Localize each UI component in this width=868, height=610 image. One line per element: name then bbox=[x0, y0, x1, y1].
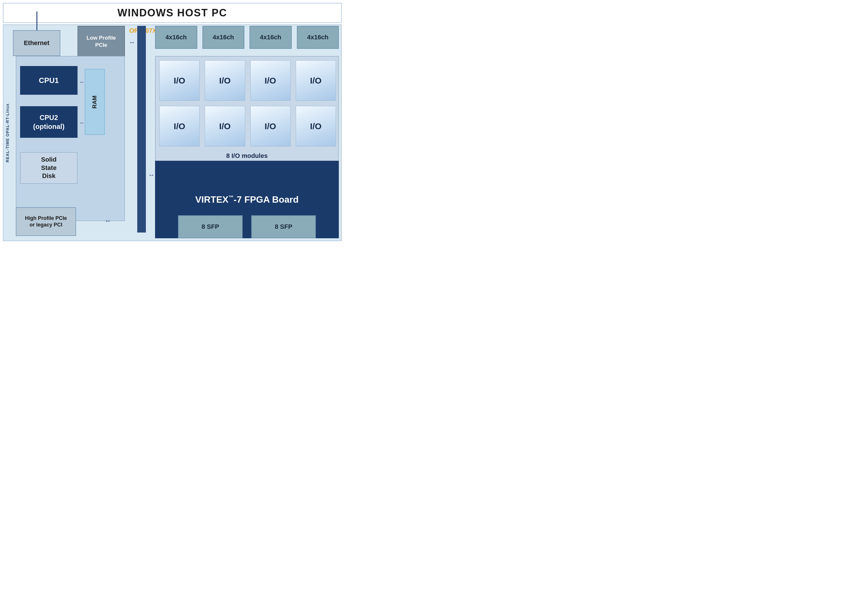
fpga-label: VIRTEX™-7 FPGA Board bbox=[195, 194, 299, 205]
ram-label: RAM bbox=[91, 95, 98, 108]
ch-box-label-3: 4x16ch bbox=[260, 34, 281, 41]
cpu2-label: CPU2(optional) bbox=[33, 113, 64, 131]
sfp-label-1: 8 SFP bbox=[202, 223, 219, 231]
io-box-1: I/O bbox=[160, 60, 200, 101]
ram-box: RAM bbox=[85, 69, 105, 135]
sfp-boxes: 8 SFP 8 SFP bbox=[155, 215, 339, 238]
low-profile-pcie-box: Low ProfilePCIe bbox=[78, 26, 125, 57]
io-modules-count-label: 8 I/O modules bbox=[155, 152, 339, 159]
io-label-5: I/O bbox=[174, 121, 185, 131]
io-box-7: I/O bbox=[250, 106, 291, 146]
pcie-bar: PCI-Express bbox=[137, 26, 146, 232]
high-profile-pcie-box: High Profile PCIeor legacy PCI bbox=[16, 207, 76, 236]
cpu1-box: CPU1 bbox=[20, 66, 78, 95]
ch-box-3: 4x16ch bbox=[250, 26, 292, 49]
ch-box-label-2: 4x16ch bbox=[212, 34, 234, 41]
io-label-7: I/O bbox=[265, 121, 276, 131]
io-box-8: I/O bbox=[296, 106, 336, 146]
io-label-8: I/O bbox=[310, 121, 322, 131]
realtime-label-container: REAL-TIME OPAL-RT-Linux bbox=[3, 25, 12, 241]
ssd-box: SolidStateDisk bbox=[20, 152, 78, 184]
sfp-label-2: 8 SFP bbox=[275, 223, 292, 231]
ch-box-2: 4x16ch bbox=[202, 26, 245, 49]
sfp-box-1: 8 SFP bbox=[178, 215, 243, 238]
io-box-2: I/O bbox=[205, 60, 245, 101]
io-label-4: I/O bbox=[310, 76, 322, 85]
low-profile-label: Low ProfilePCIe bbox=[87, 34, 116, 48]
ch-boxes-row: 4x16ch 4x16ch 4x16ch 4x16ch bbox=[155, 26, 339, 49]
arrow-cpu2-ram: ↔ bbox=[78, 121, 85, 125]
windows-host-title: WINDOWS HOST PC bbox=[118, 7, 227, 19]
io-box-4: I/O bbox=[296, 60, 336, 101]
arrow-lp-pcie: ↔ bbox=[126, 40, 138, 45]
ch-box-1: 4x16ch bbox=[155, 26, 197, 49]
ch-box-label-4: 4x16ch bbox=[307, 34, 329, 41]
windows-host-box: WINDOWS HOST PC bbox=[3, 3, 342, 23]
cpu1-label: CPU1 bbox=[39, 76, 59, 85]
io-grid: I/O I/O I/O I/O I/O I/O I/O I/O bbox=[160, 60, 336, 146]
sfp-box-2: 8 SFP bbox=[251, 215, 316, 238]
high-profile-label: High Profile PCIeor legacy PCI bbox=[25, 215, 67, 229]
ch-box-label-1: 4x16ch bbox=[165, 34, 187, 41]
io-label-6: I/O bbox=[219, 121, 231, 131]
realtime-label: REAL-TIME OPAL-RT-Linux bbox=[5, 103, 10, 163]
ethernet-line bbox=[36, 11, 37, 30]
io-box-5: I/O bbox=[160, 106, 200, 146]
arrow-hp-pcie: ↔ bbox=[77, 218, 139, 224]
io-box-3: I/O bbox=[250, 60, 291, 101]
io-label-1: I/O bbox=[174, 76, 185, 85]
ssd-label: SolidStateDisk bbox=[41, 156, 57, 180]
ch-box-4: 4x16ch bbox=[297, 26, 339, 49]
arrow-pcie-right: ↔ bbox=[146, 172, 157, 178]
io-label-3: I/O bbox=[265, 76, 276, 85]
io-box-6: I/O bbox=[205, 106, 245, 146]
diagram-container: WINDOWS HOST PC REAL-TIME OPAL-RT-Linux … bbox=[0, 0, 344, 244]
cpu2-box: CPU2(optional) bbox=[20, 106, 78, 138]
io-label-2: I/O bbox=[219, 76, 231, 85]
ethernet-box: Ethernet bbox=[13, 30, 60, 56]
arrow-cpu1-ram: ↔ bbox=[78, 80, 85, 84]
ethernet-label: Ethernet bbox=[24, 39, 50, 47]
